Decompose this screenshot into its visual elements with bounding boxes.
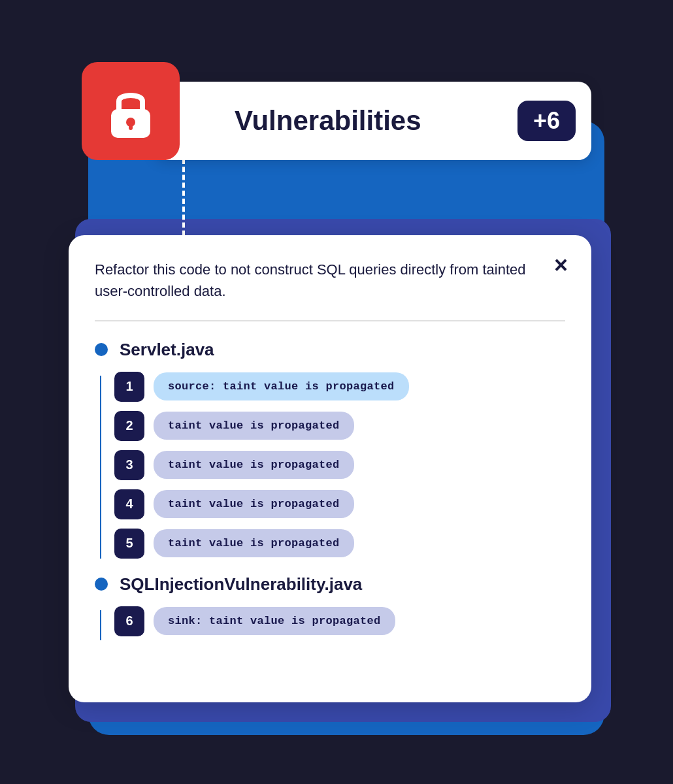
- taint-tag-5: taint value is propagated: [154, 529, 354, 557]
- entry-row-4: 4 taint value is propagated: [114, 489, 565, 519]
- taint-tag-3: taint value is propagated: [154, 451, 354, 479]
- taint-tag-2: taint value is propagated: [154, 412, 354, 440]
- step-badge-2: 2: [114, 411, 144, 441]
- entry-row-3: 3 taint value is propagated: [114, 450, 565, 480]
- file-section-sql: SQLInjectionVulnerability.java 6 sink: t…: [95, 574, 565, 640]
- divider: [95, 320, 565, 321]
- step-badge-1: 1: [114, 372, 144, 402]
- lock-icon: [101, 82, 160, 140]
- main-card: × Refactor this code to not construct SQ…: [69, 235, 591, 702]
- timeline-vert-line-sql: [100, 610, 101, 640]
- lock-icon-box: [82, 62, 180, 160]
- taint-tag-6: sink: taint value is propagated: [154, 607, 395, 635]
- close-button[interactable]: ×: [554, 253, 568, 277]
- timeline-vert-line: [100, 376, 101, 559]
- step-badge-4: 4: [114, 489, 144, 519]
- step-badge-6: 6: [114, 606, 144, 636]
- entry-row-1: 1 source: taint value is propagated: [114, 372, 565, 402]
- entry-row-6: 6 sink: taint value is propagated: [114, 606, 565, 636]
- scene: Vulnerabilities +6 × Refactor this code …: [69, 49, 604, 735]
- step-badge-5: 5: [114, 529, 144, 559]
- taint-tag-1: source: taint value is propagated: [154, 372, 409, 400]
- file-name-sql: SQLInjectionVulnerability.java: [120, 574, 362, 595]
- header-title: Vulnerabilities: [235, 105, 507, 137]
- header-bar: Vulnerabilities +6: [154, 82, 591, 160]
- entry-row-5: 5 taint value is propagated: [114, 529, 565, 559]
- file-dot-servlet: [95, 343, 108, 356]
- file-header-sql: SQLInjectionVulnerability.java: [95, 574, 565, 595]
- taint-tag-4: taint value is propagated: [154, 490, 354, 518]
- file-dot-sql: [95, 578, 108, 591]
- entry-row-2: 2 taint value is propagated: [114, 411, 565, 441]
- modal-description: Refactor this code to not construct SQL …: [95, 259, 565, 302]
- timeline-line-col-sql: [100, 606, 101, 640]
- entries-col-servlet: 1 source: taint value is propagated 2 ta…: [114, 372, 565, 559]
- step-badge-3: 3: [114, 450, 144, 480]
- timeline-servlet: 1 source: taint value is propagated 2 ta…: [100, 372, 565, 559]
- entries-col-sql: 6 sink: taint value is propagated: [114, 606, 565, 640]
- file-name-servlet: Servlet.java: [120, 340, 214, 360]
- timeline-line-col: [100, 372, 101, 559]
- file-header-servlet: Servlet.java: [95, 340, 565, 360]
- svg-rect-2: [129, 122, 133, 130]
- vulnerabilities-badge: +6: [517, 101, 576, 141]
- file-section-servlet: Servlet.java 1 source: taint value is pr…: [95, 340, 565, 559]
- timeline-sql: 6 sink: taint value is propagated: [100, 606, 565, 640]
- dashed-connector: [182, 159, 185, 244]
